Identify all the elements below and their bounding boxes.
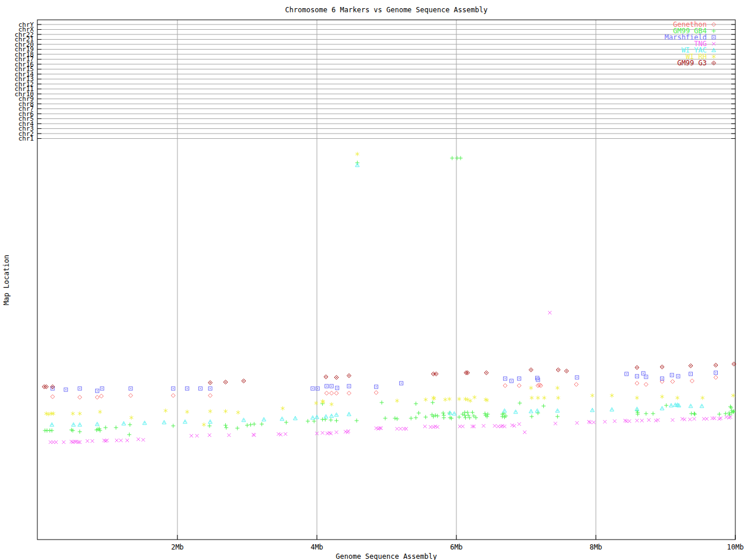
data-point	[186, 410, 189, 414]
data-point	[714, 363, 718, 368]
data-point	[99, 394, 103, 398]
data-point	[574, 383, 578, 387]
data-point	[651, 412, 655, 416]
data-point	[284, 421, 288, 425]
data-point	[542, 396, 546, 400]
data-point	[592, 421, 595, 424]
data-point	[196, 434, 199, 438]
data-point	[122, 422, 126, 425]
data-point	[284, 432, 287, 436]
data-point	[224, 409, 227, 413]
data-point	[692, 412, 696, 416]
data-point	[693, 412, 697, 416]
data-point	[603, 420, 607, 424]
data-point	[114, 426, 118, 430]
data-point	[724, 412, 728, 416]
data-point	[717, 412, 721, 416]
data-point	[660, 365, 664, 369]
data-point	[647, 418, 651, 422]
data-point	[249, 423, 253, 427]
data-point	[414, 402, 418, 406]
data-point	[636, 412, 640, 416]
data-point	[556, 409, 560, 412]
data-point	[78, 387, 82, 390]
data-point	[171, 394, 175, 398]
data-point	[78, 396, 82, 400]
data-point	[311, 387, 315, 390]
data-point	[334, 413, 338, 416]
data-point	[690, 379, 694, 383]
data-point	[705, 417, 708, 421]
data-point	[644, 383, 648, 387]
data-point	[529, 368, 533, 372]
data-point	[463, 416, 467, 420]
data-point	[336, 386, 339, 390]
data-point	[575, 376, 579, 379]
data-point	[693, 417, 696, 421]
data-point	[330, 414, 334, 418]
data-point	[587, 420, 591, 424]
data-point	[556, 386, 559, 390]
data-point	[517, 384, 521, 388]
data-point	[335, 430, 338, 434]
data-point	[208, 409, 212, 413]
data-point	[236, 410, 240, 414]
data-point	[399, 427, 402, 430]
data-point	[641, 372, 645, 375]
data-point	[171, 424, 175, 428]
data-point	[536, 411, 540, 415]
data-point	[400, 382, 403, 385]
data-point	[347, 374, 351, 378]
data-point	[141, 438, 145, 442]
data-point	[50, 423, 54, 426]
data-point	[72, 423, 76, 426]
data-point	[502, 409, 507, 412]
data-point	[186, 387, 189, 390]
data-point	[329, 418, 333, 422]
data-point	[530, 396, 533, 400]
data-point	[644, 412, 648, 416]
data-point	[96, 389, 99, 393]
data-point	[190, 434, 193, 438]
data-point	[689, 372, 693, 376]
data-point	[51, 395, 55, 399]
data-point	[235, 426, 239, 430]
data-point	[62, 440, 65, 444]
data-point	[208, 424, 212, 428]
data-point	[535, 409, 539, 412]
data-point	[448, 397, 451, 401]
data-point	[64, 388, 68, 391]
data-point	[676, 374, 680, 378]
data-point	[636, 419, 639, 422]
data-point	[671, 418, 675, 422]
data-point	[423, 425, 427, 428]
data-point	[518, 377, 521, 380]
x-axis-tick-label: 2Mb	[160, 543, 195, 551]
data-point	[355, 163, 359, 167]
data-point	[564, 369, 568, 373]
data-point	[671, 380, 675, 384]
y-axis-title: Map Location	[2, 222, 11, 338]
chart-title: Chromosome 6 Markers vs Genome Sequence …	[37, 6, 735, 14]
data-point	[470, 411, 474, 415]
data-point	[474, 416, 478, 420]
data-point	[183, 420, 187, 424]
data-point	[347, 412, 351, 416]
data-point	[713, 416, 716, 420]
data-point	[635, 396, 638, 400]
data-point	[208, 381, 212, 385]
data-point	[208, 433, 211, 437]
data-point	[548, 311, 551, 314]
data-point	[461, 425, 465, 428]
data-point	[78, 423, 82, 426]
data-point	[242, 379, 246, 383]
data-point	[78, 430, 82, 434]
data-point	[556, 415, 560, 419]
data-point	[459, 156, 463, 160]
data-point	[636, 374, 639, 378]
data-point	[442, 416, 446, 420]
data-point	[375, 385, 378, 388]
x-axis-tick-label: 8Mb	[578, 543, 613, 551]
data-point	[542, 404, 546, 408]
data-point	[591, 408, 595, 412]
